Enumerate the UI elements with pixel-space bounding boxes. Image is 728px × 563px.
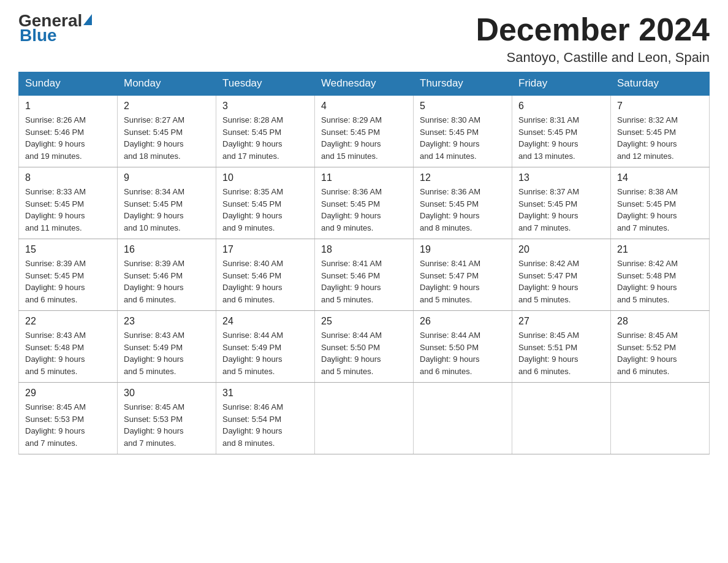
day-number: 20 bbox=[518, 244, 604, 255]
day-number: 23 bbox=[124, 316, 210, 327]
day-number: 10 bbox=[222, 172, 308, 183]
day-number: 29 bbox=[25, 388, 111, 399]
day-number: 9 bbox=[124, 172, 210, 183]
logo: General Blue bbox=[18, 12, 92, 44]
calendar-cell bbox=[315, 383, 414, 454]
calendar-header-row: SundayMondayTuesdayWednesdayThursdayFrid… bbox=[19, 72, 710, 96]
day-number: 24 bbox=[222, 316, 308, 327]
day-number: 11 bbox=[321, 172, 407, 183]
day-info: Sunrise: 8:26 AMSunset: 5:46 PMDaylight:… bbox=[25, 114, 111, 162]
logo-triangle-icon bbox=[83, 14, 92, 25]
calendar-cell: 23Sunrise: 8:43 AMSunset: 5:49 PMDayligh… bbox=[118, 311, 216, 383]
day-number: 19 bbox=[420, 244, 506, 255]
day-info: Sunrise: 8:32 AMSunset: 5:45 PMDaylight:… bbox=[617, 114, 703, 162]
location-subtitle: Santoyo, Castille and Leon, Spain bbox=[476, 50, 710, 66]
day-info: Sunrise: 8:33 AMSunset: 5:45 PMDaylight:… bbox=[25, 186, 111, 234]
day-info: Sunrise: 8:43 AMSunset: 5:48 PMDaylight:… bbox=[25, 329, 111, 377]
day-number: 1 bbox=[25, 101, 111, 112]
day-info: Sunrise: 8:29 AMSunset: 5:45 PMDaylight:… bbox=[321, 114, 407, 162]
calendar-cell: 26Sunrise: 8:44 AMSunset: 5:50 PMDayligh… bbox=[414, 311, 512, 383]
calendar-cell: 4Sunrise: 8:29 AMSunset: 5:45 PMDaylight… bbox=[315, 95, 414, 167]
calendar-cell: 10Sunrise: 8:35 AMSunset: 5:45 PMDayligh… bbox=[216, 167, 315, 239]
calendar-cell: 12Sunrise: 8:36 AMSunset: 5:45 PMDayligh… bbox=[414, 167, 512, 239]
day-info: Sunrise: 8:38 AMSunset: 5:45 PMDaylight:… bbox=[617, 186, 703, 234]
calendar-cell: 28Sunrise: 8:45 AMSunset: 5:52 PMDayligh… bbox=[611, 311, 710, 383]
day-number: 28 bbox=[617, 316, 703, 327]
calendar-cell: 8Sunrise: 8:33 AMSunset: 5:45 PMDaylight… bbox=[19, 167, 118, 239]
calendar-cell: 19Sunrise: 8:41 AMSunset: 5:47 PMDayligh… bbox=[414, 239, 512, 311]
header-friday: Friday bbox=[512, 72, 611, 96]
page-header: General Blue December 2024 Santoyo, Cast… bbox=[18, 12, 710, 66]
calendar-cell: 27Sunrise: 8:45 AMSunset: 5:51 PMDayligh… bbox=[512, 311, 611, 383]
day-number: 31 bbox=[222, 388, 308, 399]
calendar-cell: 1Sunrise: 8:26 AMSunset: 5:46 PMDaylight… bbox=[19, 95, 118, 167]
day-info: Sunrise: 8:46 AMSunset: 5:54 PMDaylight:… bbox=[222, 401, 308, 449]
header-sunday: Sunday bbox=[19, 72, 118, 96]
day-info: Sunrise: 8:44 AMSunset: 5:49 PMDaylight:… bbox=[222, 329, 308, 377]
day-info: Sunrise: 8:36 AMSunset: 5:45 PMDaylight:… bbox=[321, 186, 407, 234]
calendar-cell: 13Sunrise: 8:37 AMSunset: 5:45 PMDayligh… bbox=[512, 167, 611, 239]
calendar-cell: 14Sunrise: 8:38 AMSunset: 5:45 PMDayligh… bbox=[611, 167, 710, 239]
day-number: 22 bbox=[25, 316, 111, 327]
day-number: 30 bbox=[124, 388, 210, 399]
day-number: 7 bbox=[617, 101, 703, 112]
calendar-cell: 21Sunrise: 8:42 AMSunset: 5:48 PMDayligh… bbox=[611, 239, 710, 311]
day-number: 15 bbox=[25, 244, 111, 255]
day-info: Sunrise: 8:42 AMSunset: 5:47 PMDaylight:… bbox=[518, 258, 604, 305]
header-tuesday: Tuesday bbox=[216, 72, 315, 96]
header-wednesday: Wednesday bbox=[315, 72, 414, 96]
logo-blue-text: Blue bbox=[20, 27, 92, 44]
calendar-cell: 16Sunrise: 8:39 AMSunset: 5:46 PMDayligh… bbox=[118, 239, 216, 311]
calendar-cell: 2Sunrise: 8:27 AMSunset: 5:45 PMDaylight… bbox=[118, 95, 216, 167]
calendar-week-row: 22Sunrise: 8:43 AMSunset: 5:48 PMDayligh… bbox=[19, 311, 710, 383]
header-thursday: Thursday bbox=[414, 72, 512, 96]
calendar-cell: 22Sunrise: 8:43 AMSunset: 5:48 PMDayligh… bbox=[19, 311, 118, 383]
day-number: 26 bbox=[420, 316, 506, 327]
day-number: 27 bbox=[518, 316, 604, 327]
day-number: 5 bbox=[420, 101, 506, 112]
calendar-cell bbox=[414, 383, 512, 454]
day-number: 3 bbox=[222, 101, 308, 112]
day-info: Sunrise: 8:44 AMSunset: 5:50 PMDaylight:… bbox=[321, 329, 407, 377]
day-info: Sunrise: 8:39 AMSunset: 5:45 PMDaylight:… bbox=[25, 258, 111, 305]
day-number: 12 bbox=[420, 172, 506, 183]
day-info: Sunrise: 8:39 AMSunset: 5:46 PMDaylight:… bbox=[124, 258, 210, 305]
calendar-week-row: 1Sunrise: 8:26 AMSunset: 5:46 PMDaylight… bbox=[19, 95, 710, 167]
day-number: 18 bbox=[321, 244, 407, 255]
calendar-cell: 31Sunrise: 8:46 AMSunset: 5:54 PMDayligh… bbox=[216, 383, 315, 454]
calendar-cell: 20Sunrise: 8:42 AMSunset: 5:47 PMDayligh… bbox=[512, 239, 611, 311]
calendar-cell: 17Sunrise: 8:40 AMSunset: 5:46 PMDayligh… bbox=[216, 239, 315, 311]
day-info: Sunrise: 8:45 AMSunset: 5:52 PMDaylight:… bbox=[617, 329, 703, 377]
title-section: December 2024 Santoyo, Castille and Leon… bbox=[476, 12, 710, 66]
calendar-week-row: 8Sunrise: 8:33 AMSunset: 5:45 PMDaylight… bbox=[19, 167, 710, 239]
header-monday: Monday bbox=[118, 72, 216, 96]
day-info: Sunrise: 8:43 AMSunset: 5:49 PMDaylight:… bbox=[124, 329, 210, 377]
calendar-cell: 15Sunrise: 8:39 AMSunset: 5:45 PMDayligh… bbox=[19, 239, 118, 311]
day-number: 14 bbox=[617, 172, 703, 183]
calendar-cell: 3Sunrise: 8:28 AMSunset: 5:45 PMDaylight… bbox=[216, 95, 315, 167]
calendar-cell: 24Sunrise: 8:44 AMSunset: 5:49 PMDayligh… bbox=[216, 311, 315, 383]
calendar-cell: 29Sunrise: 8:45 AMSunset: 5:53 PMDayligh… bbox=[19, 383, 118, 454]
day-info: Sunrise: 8:35 AMSunset: 5:45 PMDaylight:… bbox=[222, 186, 308, 234]
day-info: Sunrise: 8:45 AMSunset: 5:51 PMDaylight:… bbox=[518, 329, 604, 377]
day-number: 2 bbox=[124, 101, 210, 112]
day-info: Sunrise: 8:44 AMSunset: 5:50 PMDaylight:… bbox=[420, 329, 506, 377]
calendar-week-row: 15Sunrise: 8:39 AMSunset: 5:45 PMDayligh… bbox=[19, 239, 710, 311]
calendar-cell: 18Sunrise: 8:41 AMSunset: 5:46 PMDayligh… bbox=[315, 239, 414, 311]
calendar-cell: 7Sunrise: 8:32 AMSunset: 5:45 PMDaylight… bbox=[611, 95, 710, 167]
calendar-cell: 5Sunrise: 8:30 AMSunset: 5:45 PMDaylight… bbox=[414, 95, 512, 167]
day-number: 6 bbox=[518, 101, 604, 112]
day-info: Sunrise: 8:37 AMSunset: 5:45 PMDaylight:… bbox=[518, 186, 604, 234]
day-info: Sunrise: 8:41 AMSunset: 5:46 PMDaylight:… bbox=[321, 258, 407, 305]
day-number: 25 bbox=[321, 316, 407, 327]
day-info: Sunrise: 8:45 AMSunset: 5:53 PMDaylight:… bbox=[124, 401, 210, 449]
calendar-cell: 30Sunrise: 8:45 AMSunset: 5:53 PMDayligh… bbox=[118, 383, 216, 454]
day-number: 17 bbox=[222, 244, 308, 255]
day-info: Sunrise: 8:30 AMSunset: 5:45 PMDaylight:… bbox=[420, 114, 506, 162]
day-number: 4 bbox=[321, 101, 407, 112]
day-number: 13 bbox=[518, 172, 604, 183]
header-saturday: Saturday bbox=[611, 72, 710, 96]
day-info: Sunrise: 8:31 AMSunset: 5:45 PMDaylight:… bbox=[518, 114, 604, 162]
calendar-cell: 6Sunrise: 8:31 AMSunset: 5:45 PMDaylight… bbox=[512, 95, 611, 167]
day-info: Sunrise: 8:27 AMSunset: 5:45 PMDaylight:… bbox=[124, 114, 210, 162]
